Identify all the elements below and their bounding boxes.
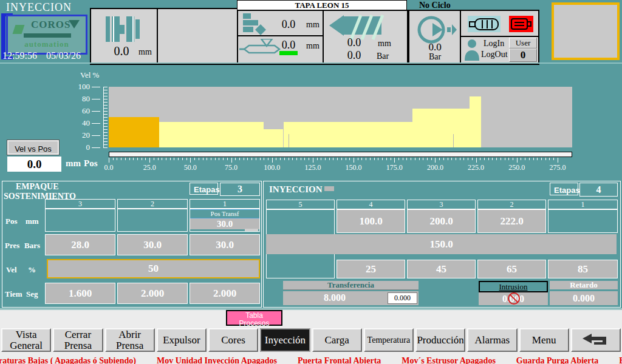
y-minor-tick [104, 96, 108, 96]
nav-tab-temperatura[interactable]: Temperatura [364, 328, 414, 352]
nav-bar: Vista GeneralCerrar PrensaAbrir PrensaEx… [1, 328, 621, 352]
nav-tab-expulsor[interactable]: Expulsor [157, 328, 207, 352]
x-tick [199, 158, 199, 160]
x-tick-label: 0.0 [94, 163, 124, 172]
nav-tab-cerrar-prensa[interactable]: Cerrar Prensa [53, 328, 103, 352]
nav-tab-carga[interactable]: Carga [312, 328, 362, 352]
inyeccion-vel-cell[interactable]: 85 [548, 260, 618, 278]
x-tick [182, 158, 183, 160]
empaque-pos-cell-2[interactable] [117, 209, 188, 232]
position-scrollbar[interactable] [109, 152, 572, 157]
notch [245, 229, 258, 231]
y-minor-tick [104, 144, 108, 145]
inyeccion-vel-cell[interactable]: 45 [407, 260, 476, 278]
x-tick [113, 158, 114, 160]
nav-tab-menu[interactable]: Menu [519, 328, 569, 352]
screw-pressure-unit: Bar [377, 52, 389, 61]
empaque-column-header: 2 [117, 199, 188, 209]
logo-brand-text: COROS [31, 19, 70, 31]
transferencia-value[interactable]: 8.000 [283, 292, 386, 303]
pos-transf-value[interactable]: 30.0 [190, 218, 259, 229]
inyeccion-pos-cell[interactable]: 100.0 [337, 209, 405, 233]
empaque-pos-cell-3[interactable] [45, 209, 115, 232]
chart-plot-area [109, 87, 572, 147]
inyeccion-vel-cell[interactable]: 65 [477, 260, 546, 278]
x-tick [533, 158, 534, 160]
inyeccion-pres-cell[interactable]: 150.0 [266, 234, 617, 254]
back-button[interactable] [571, 328, 621, 352]
empaque-tiem-cell[interactable]: 2.000 [190, 283, 260, 304]
y-tick-label: 60 [70, 106, 90, 116]
bottom-section: Tabla Procesos Vista GeneralCerrar Prens… [0, 308, 622, 364]
login-button[interactable]: LogIn [484, 39, 504, 49]
pos-transf-label: Pos Transf [190, 209, 259, 218]
empaque-vel-cell-selected[interactable]: 50 [47, 259, 260, 278]
nav-tab-producci-n[interactable]: Producción [415, 328, 465, 352]
empaque-column-header: 1 [190, 199, 260, 209]
inyeccion-pos-cell[interactable]: 200.0 [407, 209, 476, 233]
nav-tab-inyecci-n[interactable]: Inyección [260, 328, 310, 352]
empaque-tiem-cell[interactable]: 2.000 [117, 283, 188, 304]
inyeccion-etapas-value[interactable]: 4 [579, 183, 618, 197]
empaque-pres-cell[interactable]: 30.0 [190, 234, 260, 255]
empaque-etapas-button[interactable]: Etapas [190, 183, 218, 195]
transferencia-input[interactable] [388, 292, 417, 304]
x-tick [529, 158, 530, 160]
heater-alarm-button[interactable] [509, 16, 533, 32]
cycle-status: No Ciclo [419, 1, 451, 10]
x-tick [448, 158, 448, 160]
x-tick [394, 158, 395, 163]
empaque-pres-cell[interactable]: 30.0 [117, 234, 188, 255]
x-tick-label: 225.0 [461, 163, 491, 172]
nav-tab-vista-general[interactable]: Vista General [1, 328, 51, 352]
pressure-login-panel: 0.0 Bar LogIn LogOut User 0 [408, 10, 539, 65]
heater-band-on-button[interactable] [468, 16, 501, 32]
transferencia-label: Transferencia [283, 281, 419, 290]
inyeccion-pos-cell-1[interactable] [548, 209, 618, 233]
vel-vs-pos-button[interactable]: Vel vs Pos [7, 140, 59, 155]
nav-tab-cores[interactable]: Cores [208, 328, 258, 352]
row-label-pos: Pos [5, 217, 18, 226]
inyeccion-etapas-button[interactable]: Etapas [550, 183, 578, 195]
x-tick [317, 158, 318, 160]
empaque-etapas-value[interactable]: 3 [220, 183, 260, 196]
divider [238, 35, 323, 36]
empaque-pres-cell[interactable]: 28.0 [45, 234, 115, 255]
x-tick-label: 275.0 [542, 163, 573, 172]
y-minor-tick [104, 99, 108, 99]
logout-button[interactable]: LogOut [481, 50, 508, 59]
divider [157, 9, 158, 64]
retardo-value[interactable]: 0.000 [550, 291, 618, 305]
empaque-tiem-cell[interactable]: 1.600 [45, 283, 115, 304]
parameters-section: EMPAQUE SOSTENIMIENTO Etapas 3 3 2 1 Pos… [0, 178, 622, 308]
row-label-pres: Pres [5, 241, 19, 251]
y-minor-tick [104, 105, 108, 106]
nav-tab-alarmas[interactable]: Alarmas [467, 328, 517, 352]
x-tick [537, 158, 538, 160]
inyeccion-title: INYECCION [269, 184, 323, 195]
inyeccion-vel-cell[interactable]: 25 [337, 260, 405, 278]
x-tick [370, 158, 371, 160]
hmi-screen: { "header": { "screen_title": "INYECCION… [0, 0, 622, 364]
y-minor-tick [104, 87, 108, 87]
x-tick [158, 158, 159, 160]
inyeccion-pos-cell[interactable]: 222.0 [477, 209, 546, 233]
x-tick [239, 158, 240, 160]
row-unit-pres: Bars [24, 241, 40, 251]
empaque-title: EMPAQUE [16, 182, 59, 192]
x-tick [431, 158, 432, 160]
stage-marker [289, 134, 289, 147]
ejector-unit: mm [306, 20, 320, 30]
screw-position-value: 0.0 [340, 36, 368, 49]
x-tick [215, 158, 216, 160]
empaque-pos-cell-1[interactable]: Pos Transf 30.0 [190, 209, 260, 232]
nav-tab-abrir-prensa[interactable]: Abrir Prensa [105, 328, 155, 352]
chart-y-axis-label: Vel % [80, 70, 99, 80]
x-tick [309, 158, 309, 160]
tabla-procesos-button[interactable]: Tabla Procesos [226, 310, 282, 326]
x-tick [513, 158, 513, 160]
velocity-profile-chart: Vel % Vel vs Pos 0.0 mm Pos 100806040200… [0, 62, 622, 178]
tabla-line1: Tabla [245, 311, 263, 320]
x-tick [386, 158, 387, 160]
heater-alarm-icon [509, 16, 533, 32]
